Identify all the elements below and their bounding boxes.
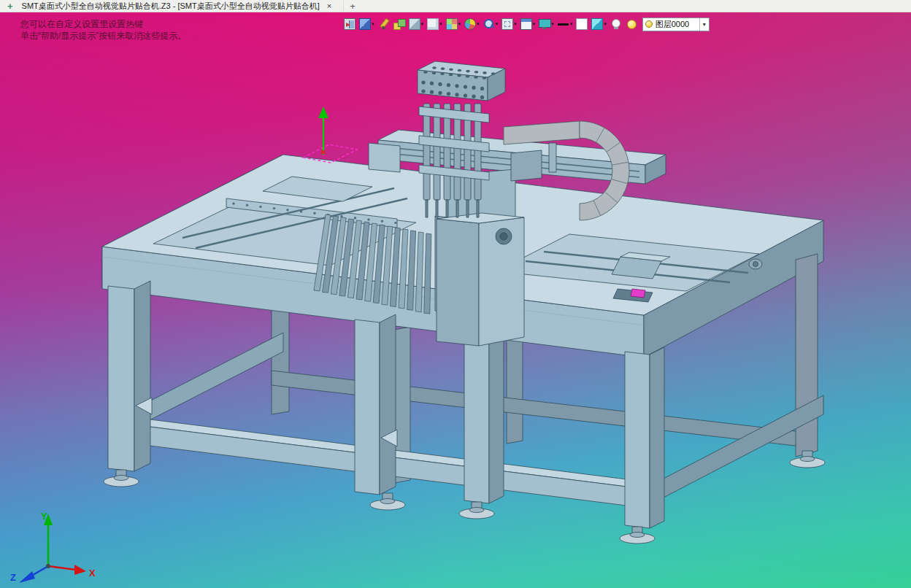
view-cube-icon <box>359 18 371 30</box>
z-axis-arrow-icon <box>19 571 35 583</box>
section-view-icon <box>464 18 476 30</box>
chevron-down-icon[interactable]: ▾ <box>533 18 536 30</box>
triad-z-label: Z <box>10 572 16 583</box>
light-on-button[interactable] <box>625 18 638 31</box>
hint-line-2: 单击“帮助/显示提示”按钮来取消这些提示。 <box>20 30 186 42</box>
wireframe-view-button[interactable]: ▾ <box>426 18 443 31</box>
chevron-down-icon[interactable]: ▾ <box>421 18 424 30</box>
zoom-button[interactable]: ▾ <box>483 18 499 31</box>
layer-name-value: 图层0000 <box>656 19 696 30</box>
document-tab-title: SMT桌面式小型全自动视觉贴片贴合机.Z3 - [SMT桌面式小型全自动视觉贴片… <box>22 1 320 12</box>
light-on-icon <box>626 18 637 30</box>
machine-model[interactable] <box>102 61 825 543</box>
viewport-frame-icon <box>501 18 513 30</box>
wireframe-view-icon <box>427 18 439 30</box>
tab-close-icon[interactable]: × <box>324 1 334 10</box>
sketch-pencil-icon <box>378 18 390 30</box>
material-cube-icon <box>591 18 603 30</box>
layer-dropdown-icon[interactable]: ▾ <box>699 18 709 31</box>
line-width-button[interactable]: ▾ <box>557 18 574 31</box>
chevron-down-icon[interactable]: ▾ <box>477 18 480 30</box>
material-cube-button[interactable]: ▾ <box>591 18 607 31</box>
primitives-icon <box>393 18 405 30</box>
chevron-down-icon[interactable]: ▾ <box>458 18 461 30</box>
window-layout-icon <box>520 18 532 30</box>
blank-canvas-icon <box>576 18 588 30</box>
display-settings-icon <box>539 18 550 30</box>
chevron-down-icon[interactable]: ▾ <box>551 18 554 30</box>
view-cube-button[interactable]: ▾ <box>358 18 375 31</box>
sketch-pencil-button[interactable] <box>377 18 391 31</box>
chevron-down-icon[interactable]: ▾ <box>514 18 517 30</box>
chevron-down-icon[interactable]: ▾ <box>496 18 499 30</box>
view-toolbar: ▾▾▾▾▾▾▾▾▾▾▾ 图层0000 ▾ <box>343 16 710 32</box>
viewport-frame-button[interactable]: ▾ <box>501 18 518 31</box>
window-layout-button[interactable]: ▾ <box>520 18 537 31</box>
layer-color-icon <box>645 20 653 28</box>
selected-datum-highlight[interactable] <box>303 107 357 163</box>
shaded-view-icon <box>409 18 420 30</box>
hint-line-1: 您可以在自定义设置里设置热键 <box>20 18 186 30</box>
chevron-down-icon[interactable]: ▾ <box>570 18 573 30</box>
triad-y-label: Y <box>41 511 47 522</box>
tab-bar: + SMT桌面式小型全自动视觉贴片贴合机.Z3 - [SMT桌面式小型全自动视觉… <box>0 0 911 12</box>
blank-canvas-button[interactable] <box>575 18 588 31</box>
exit-environment-button[interactable] <box>343 18 356 31</box>
zoom-icon <box>483 18 495 30</box>
3d-viewport-canvas[interactable]: Y X Z <box>0 12 911 588</box>
x-axis-arrow-icon <box>74 565 86 575</box>
layer-selector[interactable]: 图层0000 ▾ <box>642 18 710 31</box>
section-view-button[interactable]: ▾ <box>464 18 480 31</box>
chevron-down-icon[interactable]: ▾ <box>439 18 442 30</box>
chevron-down-icon[interactable]: ▾ <box>372 18 374 30</box>
render-mode-button[interactable]: ▾ <box>445 18 462 31</box>
3d-viewport[interactable]: Y X Z 您可以在自定义设置里设置热键 单击“帮助/显示提示”按钮来取消这些提… <box>0 12 911 588</box>
shaded-view-button[interactable]: ▾ <box>408 18 425 31</box>
light-off-button[interactable] <box>610 18 623 31</box>
datum-arrow-icon <box>318 107 328 118</box>
exit-environment-icon <box>344 18 355 30</box>
orientation-triad: Y X Z <box>10 511 96 583</box>
triad-x-label: X <box>89 568 96 579</box>
render-mode-icon <box>446 18 458 30</box>
primitives-button[interactable] <box>393 18 406 31</box>
new-tab-button[interactable]: + <box>343 1 361 12</box>
light-off-icon <box>610 18 622 30</box>
document-tab[interactable]: SMT桌面式小型全自动视觉贴片贴合机.Z3 - [SMT桌面式小型全自动视觉贴片… <box>19 0 338 12</box>
line-width-icon <box>558 18 569 30</box>
display-settings-button[interactable]: ▾ <box>538 18 555 31</box>
app-icon[interactable]: + <box>0 1 19 12</box>
chevron-down-icon[interactable]: ▾ <box>604 18 607 30</box>
hint-text: 您可以在自定义设置里设置热键 单击“帮助/显示提示”按钮来取消这些提示。 <box>20 18 186 42</box>
